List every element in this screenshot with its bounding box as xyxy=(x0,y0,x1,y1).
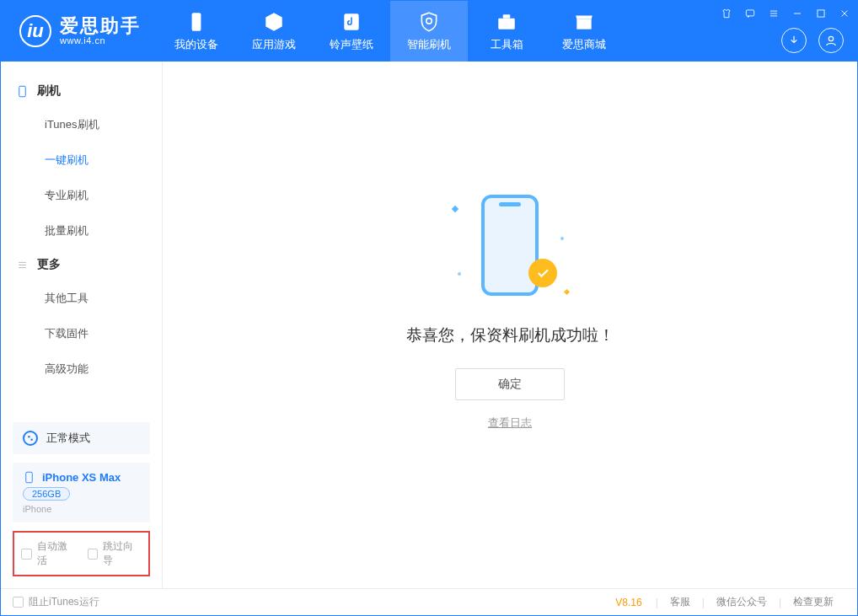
statusbar-right: V8.16 | 客服 | 微信公众号 | 检查更新 xyxy=(615,595,845,609)
checkbox-icon xyxy=(88,549,99,560)
tab-flash[interactable]: 智能刷机 xyxy=(390,1,468,62)
sidebar-item-other-tools[interactable]: 其他工具 xyxy=(1,281,162,316)
sidebar-item-pro-flash[interactable]: 专业刷机 xyxy=(1,178,162,213)
device-storage: 256GB xyxy=(23,487,70,501)
logo-area: iu 爱思助手 www.i4.cn xyxy=(1,1,158,62)
checkbox-icon xyxy=(21,549,32,560)
svg-point-10 xyxy=(30,438,33,441)
svg-point-9 xyxy=(28,436,30,438)
sidebar: 刷机 iTunes刷机 一键刷机 专业刷机 批量刷机 更多 其他工具 下载固件 … xyxy=(1,62,163,588)
checkbox-skip-setup[interactable]: 跳过向导 xyxy=(88,539,142,568)
mode-icon xyxy=(23,431,38,446)
mode-card[interactable]: 正常模式 xyxy=(13,422,150,454)
link-support[interactable]: 客服 xyxy=(658,595,702,609)
sidebar-item-batch-flash[interactable]: 批量刷机 xyxy=(1,213,162,249)
tab-ringtones[interactable]: 铃声壁纸 xyxy=(313,1,390,62)
svg-rect-4 xyxy=(503,14,511,18)
sidebar-item-advanced[interactable]: 高级功能 xyxy=(1,351,162,387)
tab-label: 应用游戏 xyxy=(252,37,296,52)
feedback-icon[interactable] xyxy=(741,4,759,23)
store-icon xyxy=(573,11,595,33)
success-title: 恭喜您，保资料刷机成功啦！ xyxy=(406,324,614,346)
sidebar-item-download-firmware[interactable]: 下载固件 xyxy=(1,316,162,351)
body: 刷机 iTunes刷机 一键刷机 专业刷机 批量刷机 更多 其他工具 下载固件 … xyxy=(1,62,857,588)
statusbar-left: 阻止iTunes运行 xyxy=(13,595,99,609)
tab-apps-games[interactable]: 应用游戏 xyxy=(235,1,313,62)
tab-label: 工具箱 xyxy=(491,37,523,52)
device-card[interactable]: iPhone XS Max 256GB iPhone xyxy=(13,463,150,522)
sidebar-bottom: 正常模式 iPhone XS Max 256GB iPhone 自动激活 xyxy=(1,422,162,588)
header-action-icons xyxy=(781,28,844,53)
dot-icon xyxy=(458,272,461,276)
svg-rect-5 xyxy=(746,10,753,16)
statusbar: 阻止iTunes运行 V8.16 | 客服 | 微信公众号 | 检查更新 xyxy=(1,588,857,615)
app-logo-icon: iu xyxy=(19,15,51,47)
logo-text: 爱思助手 www.i4.cn xyxy=(60,17,141,46)
tab-label: 智能刷机 xyxy=(407,37,451,52)
mode-label: 正常模式 xyxy=(46,431,90,446)
svg-rect-11 xyxy=(26,472,33,483)
maximize-icon[interactable] xyxy=(812,4,830,23)
sidebar-group-flash: 刷机 xyxy=(1,75,162,107)
tab-label: 铃声壁纸 xyxy=(330,37,373,52)
titlebar: iu 爱思助手 www.i4.cn 我的设备 应用游戏 铃声壁纸 智能刷机 xyxy=(1,1,857,62)
checkbox-label: 阻止iTunes运行 xyxy=(29,595,99,609)
link-wechat[interactable]: 微信公众号 xyxy=(705,595,779,609)
sidebar-group-more: 更多 xyxy=(1,249,162,281)
sidebar-item-oneclick-flash[interactable]: 一键刷机 xyxy=(1,142,162,178)
sidebar-item-itunes-flash[interactable]: iTunes刷机 xyxy=(1,107,162,142)
music-icon xyxy=(341,11,362,33)
group-title: 更多 xyxy=(37,257,61,272)
tab-store[interactable]: 爱思商城 xyxy=(545,1,623,62)
svg-rect-6 xyxy=(818,10,824,17)
link-check-update[interactable]: 检查更新 xyxy=(781,595,845,609)
tab-label: 我的设备 xyxy=(174,37,218,52)
cube-icon xyxy=(263,11,285,33)
tab-label: 爱思商城 xyxy=(562,37,606,52)
version-label: V8.16 xyxy=(615,597,641,608)
nav-tabs: 我的设备 应用游戏 铃声壁纸 智能刷机 工具箱 爱思商城 xyxy=(158,1,623,62)
group-title: 刷机 xyxy=(37,83,61,99)
download-icon[interactable] xyxy=(781,28,807,53)
window-controls xyxy=(717,4,854,23)
ok-button[interactable]: 确定 xyxy=(455,368,565,400)
spark-icon xyxy=(564,288,570,294)
checkbox-block-itunes[interactable]: 阻止iTunes运行 xyxy=(13,595,99,609)
app-url: www.i4.cn xyxy=(60,35,141,46)
svg-rect-8 xyxy=(19,86,26,97)
checkmark-icon xyxy=(528,259,557,287)
minimize-icon[interactable] xyxy=(788,4,807,23)
svg-rect-0 xyxy=(192,13,201,31)
checkbox-label: 跳过向导 xyxy=(103,539,142,568)
tab-toolbox[interactable]: 工具箱 xyxy=(468,1,545,62)
svg-rect-3 xyxy=(498,18,515,29)
checkbox-auto-activate[interactable]: 自动激活 xyxy=(21,539,76,568)
phone-icon xyxy=(16,85,29,98)
svg-point-7 xyxy=(829,36,833,40)
menu-icon[interactable] xyxy=(764,4,783,23)
device-name: iPhone XS Max xyxy=(42,471,121,484)
phone-icon xyxy=(23,471,35,484)
app-title: 爱思助手 xyxy=(60,17,141,35)
toolbox-icon xyxy=(496,11,517,33)
options-row-highlighted: 自动激活 跳过向导 xyxy=(13,531,150,576)
dot-icon xyxy=(560,237,564,240)
list-icon xyxy=(16,259,29,271)
user-icon[interactable] xyxy=(818,28,844,53)
device-icon xyxy=(185,11,207,33)
success-illustration xyxy=(451,186,569,304)
tshirt-icon[interactable] xyxy=(717,4,736,23)
device-type: iPhone xyxy=(23,504,140,514)
svg-point-2 xyxy=(426,18,432,24)
checkbox-icon xyxy=(13,597,24,608)
tab-my-device[interactable]: 我的设备 xyxy=(158,1,235,62)
sidebar-scroll: 刷机 iTunes刷机 一键刷机 专业刷机 批量刷机 更多 其他工具 下载固件 … xyxy=(1,62,162,422)
close-icon[interactable] xyxy=(835,4,854,23)
shield-icon xyxy=(418,11,440,33)
app-window: iu 爱思助手 www.i4.cn 我的设备 应用游戏 铃声壁纸 智能刷机 xyxy=(0,0,858,616)
spark-icon xyxy=(452,205,458,212)
main-content: 恭喜您，保资料刷机成功啦！ 确定 查看日志 xyxy=(163,62,857,588)
view-log-link[interactable]: 查看日志 xyxy=(488,415,532,431)
checkbox-label: 自动激活 xyxy=(37,539,76,568)
